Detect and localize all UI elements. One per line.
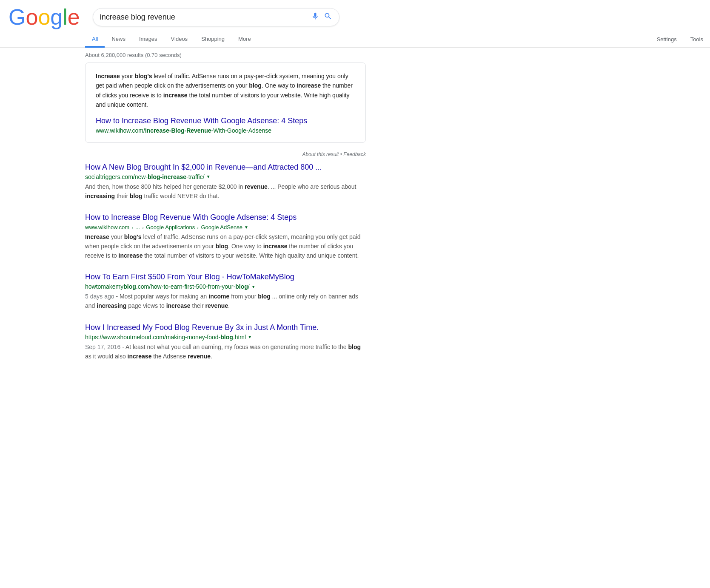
tab-news[interactable]: News bbox=[105, 31, 132, 48]
result-title-3[interactable]: How To Earn First $500 From Your Blog - … bbox=[85, 272, 366, 282]
settings-link[interactable]: Settings bbox=[650, 32, 684, 47]
header: G o o g l e bbox=[0, 0, 710, 28]
result-url-row-4: https://www.shoutmeloud.com/making-money… bbox=[85, 334, 366, 341]
logo-letter-g: G bbox=[9, 6, 26, 28]
dropdown-arrow-4[interactable]: ▼ bbox=[248, 335, 252, 339]
dropdown-arrow-3[interactable]: ▼ bbox=[251, 284, 256, 289]
logo-letter-e: e bbox=[68, 6, 80, 28]
snippet-title-link[interactable]: How to Increase Blog Revenue With Google… bbox=[96, 116, 355, 125]
results-info: About 6,280,000 results (0.70 seconds) bbox=[0, 48, 710, 62]
featured-snippet: Increase your blog's level of traffic. A… bbox=[85, 62, 366, 143]
result-url-1: socialtriggers.com/new-blog-increase-tra… bbox=[85, 173, 205, 180]
result-desc-2: Increase your blog's level of traffic. A… bbox=[85, 232, 366, 260]
result-url-3: howtomakemyblog.com/how-to-earn-first-50… bbox=[85, 283, 250, 290]
search-result-3: How To Earn First $500 From Your Blog - … bbox=[85, 272, 366, 311]
tab-more[interactable]: More bbox=[231, 31, 258, 48]
google-logo[interactable]: G o o g l e bbox=[9, 6, 80, 28]
tab-shopping[interactable]: Shopping bbox=[194, 31, 231, 48]
result-title-1[interactable]: How A New Blog Brought In $2,000 in Reve… bbox=[85, 162, 366, 172]
result-desc-1: And then, how those 800 hits helped her … bbox=[85, 182, 366, 201]
result-desc-4: Sep 17, 2016 - At least not what you cal… bbox=[85, 342, 366, 361]
mic-icon[interactable] bbox=[311, 12, 319, 23]
tab-all[interactable]: All bbox=[85, 31, 105, 48]
logo-letter-g2: g bbox=[50, 6, 63, 28]
search-button[interactable] bbox=[324, 12, 332, 23]
snippet-url: www.wikihow.com/Increase-Blog-Revenue-Wi… bbox=[96, 127, 271, 134]
dropdown-arrow-1[interactable]: ▼ bbox=[206, 174, 211, 179]
search-result-4: How I Increased My Food Blog Revenue By … bbox=[85, 323, 366, 361]
result-title-2[interactable]: How to Increase Blog Revenue With Google… bbox=[85, 213, 366, 222]
logo-letter-o2: o bbox=[38, 6, 50, 28]
search-input[interactable] bbox=[100, 13, 307, 22]
results-count: About 6,280,000 results (0.70 seconds) bbox=[85, 52, 182, 58]
result-url-4: https://www.shoutmeloud.com/making-money… bbox=[85, 334, 246, 341]
about-result[interactable]: About this result • Feedback bbox=[85, 150, 366, 162]
nav-tabs: All News Images Videos Shopping More Set… bbox=[0, 28, 710, 48]
search-bar bbox=[93, 8, 339, 26]
tab-videos[interactable]: Videos bbox=[164, 31, 195, 48]
dropdown-arrow-2[interactable]: ▼ bbox=[244, 225, 248, 230]
main-content: Increase your blog's level of traffic. A… bbox=[0, 62, 417, 361]
logo-letter-l: l bbox=[63, 6, 68, 28]
snippet-text: Increase your blog's level of traffic. A… bbox=[96, 71, 355, 110]
tools-link[interactable]: Tools bbox=[684, 32, 710, 47]
result-url-row-2: www.wikihow.com › ... › Google Applicati… bbox=[85, 224, 366, 230]
result-url-row-3: howtomakemyblog.com/how-to-earn-first-50… bbox=[85, 283, 366, 290]
logo-letter-o1: o bbox=[26, 6, 38, 28]
result-desc-3: 5 days ago - Most popular ways for makin… bbox=[85, 292, 366, 310]
result-url-row-1: socialtriggers.com/new-blog-increase-tra… bbox=[85, 173, 366, 180]
result-title-4[interactable]: How I Increased My Food Blog Revenue By … bbox=[85, 323, 366, 332]
search-result: How A New Blog Brought In $2,000 in Reve… bbox=[85, 162, 366, 201]
tab-images[interactable]: Images bbox=[132, 31, 164, 48]
result-url-2: www.wikihow.com › ... › Google Applicati… bbox=[85, 224, 242, 230]
search-result-2: How to Increase Blog Revenue With Google… bbox=[85, 213, 366, 260]
